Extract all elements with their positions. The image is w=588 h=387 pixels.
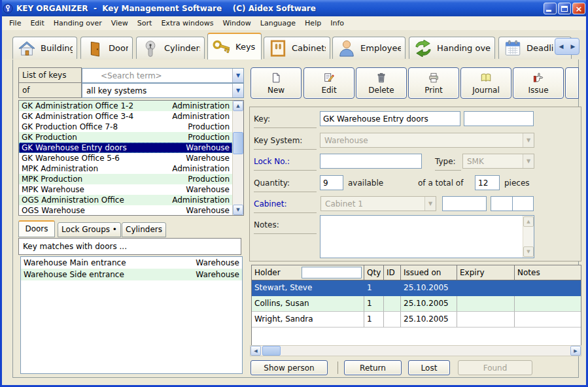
- menu-window[interactable]: Window: [218, 18, 255, 29]
- key-list-item[interactable]: GK ProductionProduction: [19, 132, 232, 143]
- lock-no-label[interactable]: Lock No.:: [254, 154, 317, 171]
- tab-cylinders[interactable]: Cylinders: [136, 37, 205, 59]
- door-list-item[interactable]: Warehouse Main entranceWarehouse: [21, 257, 242, 269]
- return-button[interactable]: Return: [344, 360, 402, 375]
- key-list-item[interactable]: GK Warehouse Entry doorsWarehouse: [19, 143, 232, 153]
- scrollbar-thumb[interactable]: [262, 346, 281, 356]
- door-list-item[interactable]: Warehouse Side entranceWarehouse: [21, 269, 242, 280]
- search-combo[interactable]: <Search term> ▼: [82, 68, 244, 83]
- door-match-list: Warehouse Main entranceWarehouseWarehous…: [20, 256, 243, 374]
- key-label: Key:: [254, 111, 317, 128]
- key-system: Administration: [172, 111, 230, 122]
- scroll-right-icon[interactable]: ▶: [570, 346, 581, 356]
- cabinet-hook-field-b[interactable]: [512, 196, 534, 211]
- key-list-item[interactable]: MPK AdministrationAdministration: [19, 163, 232, 174]
- key-list-scrollbar[interactable]: ▲ ▼: [232, 101, 243, 215]
- menu-info[interactable]: Info: [326, 18, 349, 29]
- menu-view[interactable]: View: [107, 18, 133, 29]
- close-button[interactable]: ×: [572, 3, 585, 14]
- menu-sort[interactable]: Sort: [133, 18, 157, 29]
- menu-help[interactable]: Help: [300, 18, 326, 29]
- subtab-lock-groups-[interactable]: Lock Groups •: [58, 222, 121, 237]
- menu-edit[interactable]: Edit: [26, 18, 48, 29]
- lock-no-field[interactable]: [320, 154, 422, 169]
- scrollbar-thumb[interactable]: [233, 132, 243, 154]
- search-dropdown-button[interactable]: ▼: [232, 69, 243, 82]
- holder-filter-input[interactable]: [302, 267, 362, 278]
- cabinet-hook-field-a[interactable]: [491, 196, 513, 211]
- cylinder-icon: [141, 39, 160, 58]
- cabinet-label[interactable]: Cabinet:: [254, 196, 317, 213]
- key-icon: [212, 38, 232, 56]
- holder-table-row[interactable]: Stewart, Steve125.10.2005: [252, 280, 581, 296]
- maximize-icon: [561, 6, 568, 12]
- notes-label: Notes:: [254, 217, 317, 234]
- tab-doors[interactable]: Doors: [80, 37, 133, 59]
- cell-holder: Collins, Susan: [252, 296, 364, 312]
- tab-keys[interactable]: Keys: [207, 33, 262, 59]
- quantity-field[interactable]: [320, 175, 343, 190]
- key-list-item[interactable]: OGS WarehouseWarehouse: [19, 205, 232, 216]
- key-list-item[interactable]: GK Administration Office 1-2Administrati…: [19, 101, 232, 111]
- show-person-button[interactable]: Show person: [251, 360, 328, 375]
- key-system: Production: [188, 132, 230, 143]
- notes-textarea[interactable]: ▲ ▼: [320, 215, 534, 258]
- holder-table-row[interactable]: Wright, Sandra125.10.2005: [252, 312, 581, 328]
- tab-cabinets[interactable]: Cabinets: [264, 37, 330, 59]
- lost-button[interactable]: Lost: [408, 360, 450, 375]
- total-field[interactable]: [475, 175, 500, 190]
- minimize-icon: [546, 10, 551, 12]
- quantity-label: Quantity:: [254, 175, 317, 192]
- menu-file[interactable]: File: [5, 18, 26, 29]
- maximize-button[interactable]: [558, 3, 571, 14]
- tab-employees[interactable]: Employees: [332, 37, 406, 59]
- tab-label: Deadli: [527, 43, 553, 53]
- key-list-item[interactable]: GK Production Office 7-8Production: [19, 122, 232, 132]
- toolbar-button-partial[interactable]: [565, 67, 579, 99]
- edit-button[interactable]: Edit: [303, 67, 355, 99]
- key-list-item[interactable]: MPK ProductionProduction: [19, 174, 232, 184]
- subtab-doors[interactable]: Doors: [18, 220, 55, 237]
- key-system: Production: [188, 122, 230, 132]
- key-system-filter-combo[interactable]: all key systems ▼: [82, 83, 244, 98]
- key-name: OGS Administration Office: [22, 195, 172, 205]
- menu-handing-over[interactable]: Handing over: [49, 18, 107, 29]
- minimize-button[interactable]: [544, 3, 557, 14]
- issue-button[interactable]: Issue: [513, 67, 564, 99]
- new-button[interactable]: New: [251, 67, 302, 99]
- found-button[interactable]: Found: [458, 360, 532, 375]
- menu-extra-windows[interactable]: Extra windows: [156, 18, 218, 29]
- menu-bar: FileEditHanding overViewSortExtra window…: [2, 16, 586, 30]
- tab-handing-over[interactable]: Handing over: [409, 37, 495, 59]
- key-list-item[interactable]: MPK WarehouseWarehouse: [19, 184, 232, 195]
- key-name-field[interactable]: [320, 111, 460, 126]
- cell-issued-on: 25.10.2005: [401, 280, 457, 296]
- menu-language[interactable]: Language: [256, 18, 300, 29]
- key-list: GK Administration Office 1-2Administrati…: [18, 100, 244, 216]
- subtab-cylinders[interactable]: Cylinders: [122, 222, 166, 237]
- scroll-down-icon[interactable]: ▼: [233, 205, 243, 215]
- cell-expiry: [457, 296, 515, 312]
- key-list-item[interactable]: GK Warehouse Office 5-6Warehouse: [19, 153, 232, 163]
- scroll-left-icon[interactable]: ◀: [251, 346, 261, 356]
- filter-dropdown-button[interactable]: ▼: [232, 84, 243, 97]
- toolbar-button-label: Edit: [321, 86, 336, 95]
- tab-scroll-right-icon[interactable]: ▶: [571, 43, 576, 50]
- table-horizontal-scrollbar[interactable]: ◀ ▶: [250, 345, 581, 356]
- key-extra-field[interactable]: [464, 111, 534, 126]
- cell-notes: [515, 296, 581, 312]
- key-list-item[interactable]: GK Administration Office 3-4Administrati…: [19, 111, 232, 122]
- type-combo: SMK ▼: [462, 154, 534, 169]
- key-list-item[interactable]: OGS Administration OfficeAdministration: [19, 195, 232, 205]
- app-icon: [3, 3, 13, 14]
- print-button[interactable]: Print: [408, 67, 459, 99]
- journal-button[interactable]: Journal: [460, 67, 511, 99]
- cell-expiry: [457, 312, 515, 328]
- tab-scroll-left-icon[interactable]: ◀: [559, 43, 564, 50]
- cabinet-position-field[interactable]: [442, 196, 487, 211]
- tab-buildings[interactable]: Buildings: [12, 37, 77, 59]
- holder-table-row[interactable]: Collins, Susan125.10.2005: [252, 296, 581, 312]
- door-system: Warehouse: [196, 269, 239, 280]
- scroll-up-icon[interactable]: ▲: [233, 101, 243, 111]
- delete-button[interactable]: Delete: [356, 67, 407, 99]
